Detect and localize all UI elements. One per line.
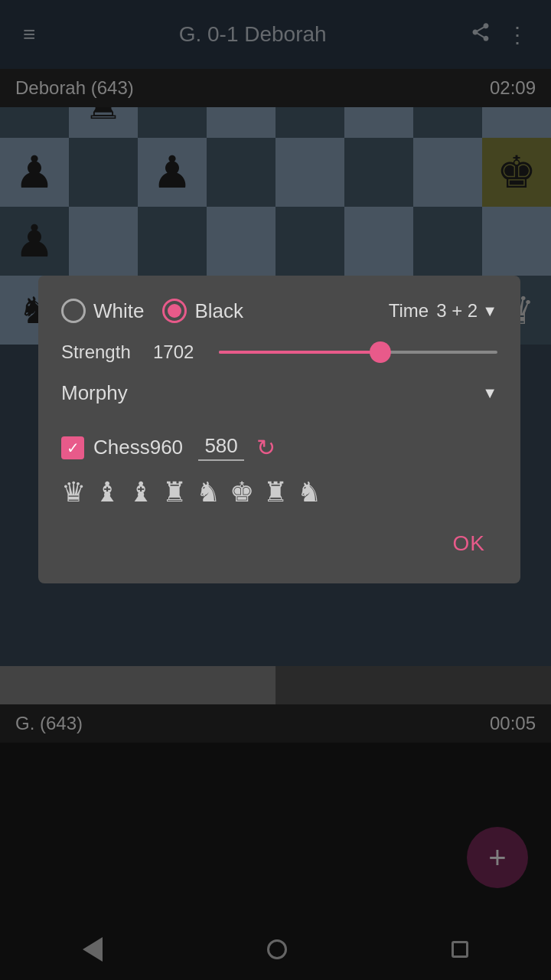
black-radio-option[interactable]: Black <box>162 299 243 323</box>
opponent-row[interactable]: Morphy ▼ <box>61 381 497 413</box>
pieces-row: ♛ ♝ ♝ ♜ ♞ ♚ ♜ ♞ <box>61 476 497 508</box>
opponent-name: Morphy <box>61 381 128 405</box>
black-radio-inner <box>168 304 181 318</box>
time-dropdown[interactable]: 3 + 2 ▼ <box>436 300 497 322</box>
piece-queen-icon[interactable]: ♛ <box>61 476 86 508</box>
black-radio-outer <box>162 299 187 323</box>
black-radio-label: Black <box>194 299 243 323</box>
chess960-number: 580 <box>198 434 244 461</box>
strength-value: 1702 <box>153 341 207 363</box>
ok-button[interactable]: OK <box>441 527 497 560</box>
checkbox-check-icon: ✓ <box>67 439 80 457</box>
ok-button-container: OK <box>61 527 497 560</box>
color-time-row: White Black Time 3 + 2 ▼ <box>61 299 497 323</box>
slider-fill <box>219 351 380 354</box>
chess960-checkbox[interactable]: ✓ <box>61 436 84 459</box>
white-radio-outer <box>61 299 86 323</box>
piece-bishop1-icon[interactable]: ♝ <box>95 476 119 508</box>
slider-track <box>219 351 497 354</box>
chess960-checkbox-container[interactable]: ✓ Chess960 <box>61 436 183 459</box>
time-dropdown-arrow: ▼ <box>482 302 497 320</box>
chess960-label: Chess960 <box>93 436 183 459</box>
time-value: 3 + 2 <box>436 300 478 322</box>
time-section: Time 3 + 2 ▼ <box>389 300 497 322</box>
piece-bishop2-icon[interactable]: ♝ <box>129 476 153 508</box>
new-game-dialog: White Black Time 3 + 2 ▼ Strength 1702 <box>38 276 520 583</box>
piece-rook2-icon[interactable]: ♜ <box>263 476 288 508</box>
piece-rook-icon[interactable]: ♜ <box>162 476 187 508</box>
refresh-icon[interactable]: ↻ <box>256 434 276 461</box>
chess960-row: ✓ Chess960 580 ↻ <box>61 434 497 461</box>
white-radio-option[interactable]: White <box>61 299 144 323</box>
time-label: Time <box>389 300 429 322</box>
white-radio-label: White <box>93 299 144 323</box>
piece-knight2-icon[interactable]: ♞ <box>297 476 321 508</box>
opponent-dropdown-arrow: ▼ <box>482 384 497 402</box>
slider-thumb[interactable] <box>370 341 391 363</box>
strength-row: Strength 1702 <box>61 341 497 363</box>
piece-king-icon[interactable]: ♚ <box>230 476 254 508</box>
piece-knight1-icon[interactable]: ♞ <box>196 476 220 508</box>
strength-slider[interactable] <box>219 345 497 360</box>
strength-label: Strength <box>61 341 153 363</box>
